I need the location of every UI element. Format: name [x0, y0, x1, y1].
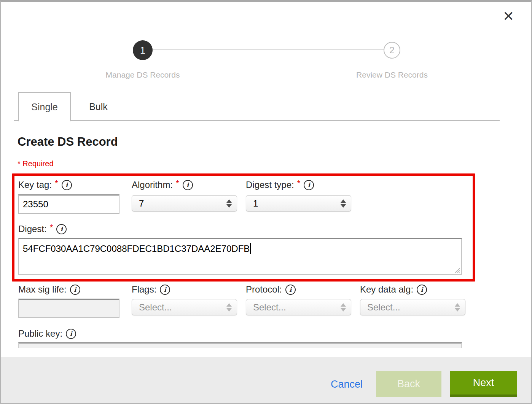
digest-textarea[interactable]: 54FCF030AA1C79C0088FDEC1BD1C37DAA2E70DFB [18, 238, 462, 275]
stepper-step-2-circle: 2 [384, 42, 400, 59]
algorithm-label-text: Algorithm: [132, 180, 173, 190]
flags-label: Flags: i [132, 284, 170, 295]
protocol-label: Protocol: i [246, 284, 296, 295]
stepper-step-1-number: 1 [140, 45, 145, 56]
page-title: Create DS Record [18, 135, 118, 149]
resize-handle-icon[interactable] [454, 267, 460, 273]
next-button[interactable]: Next [450, 371, 517, 397]
key-data-alg-label: Key data alg: i [360, 284, 427, 295]
flags-label-text: Flags: [132, 284, 156, 295]
key-tag-label: Key tag: * i [18, 180, 72, 190]
digest-type-select-value: 1 [253, 198, 258, 209]
select-stepper-arrows-icon [341, 199, 346, 208]
back-button[interactable]: Back [376, 371, 441, 397]
max-sig-life-input[interactable] [18, 299, 119, 318]
tab-underline [14, 120, 500, 121]
flags-select-value: Select... [139, 302, 172, 313]
flags-select[interactable]: Select... [132, 299, 237, 315]
key-tag-label-text: Key tag: [18, 180, 52, 190]
stepper-step-1-label: Manage DS Records [78, 70, 207, 80]
digest-info-icon[interactable]: i [56, 224, 67, 234]
key-tag-required-star: * [55, 178, 58, 188]
max-sig-life-label: Max sig life: i [18, 284, 80, 295]
tab-single[interactable]: Single [18, 92, 71, 121]
digest-label-text: Digest: [18, 224, 47, 234]
key-tag-info-icon[interactable]: i [62, 180, 72, 190]
select-stepper-arrows-icon [226, 199, 232, 208]
tab-bulk[interactable]: Bulk [71, 92, 126, 121]
flags-info-icon[interactable]: i [160, 285, 170, 295]
max-sig-life-label-text: Max sig life: [18, 284, 67, 295]
key-data-alg-label-text: Key data alg: [360, 284, 413, 295]
key-data-alg-info-icon[interactable]: i [417, 285, 427, 295]
stepper-connector-line [143, 49, 392, 50]
select-stepper-arrows-icon [341, 303, 346, 312]
stepper-step-2-number: 2 [389, 45, 394, 56]
public-key-label-text: Public key: [18, 328, 62, 339]
key-data-alg-select[interactable]: Select... [360, 299, 465, 315]
algorithm-required-star: * [176, 178, 179, 188]
digest-type-select[interactable]: 1 [246, 195, 351, 212]
protocol-label-text: Protocol: [246, 284, 282, 295]
digest-type-label: Digest type: * i [246, 180, 314, 190]
protocol-select-value: Select... [253, 302, 286, 313]
key-tag-input[interactable] [18, 194, 119, 214]
close-icon[interactable]: ✕ [503, 10, 514, 23]
public-key-info-icon[interactable]: i [66, 329, 76, 339]
max-sig-life-info-icon[interactable]: i [70, 285, 80, 295]
select-stepper-arrows-icon [226, 303, 232, 312]
stepper-step-1-circle: 1 [133, 40, 153, 60]
digest-textarea-value: 54FCF030AA1C79C0088FDEC1BD1C37DAA2E70DFB [23, 243, 250, 254]
digest-required-star: * [50, 223, 53, 232]
cancel-button[interactable]: Cancel [331, 379, 363, 390]
key-data-alg-select-value: Select... [367, 302, 400, 313]
protocol-select[interactable]: Select... [246, 299, 351, 315]
protocol-info-icon[interactable]: i [285, 285, 296, 295]
algorithm-select[interactable]: 7 [132, 195, 237, 212]
digest-type-required-star: * [297, 178, 301, 188]
public-key-label: Public key: i [18, 328, 76, 339]
stepper-step-2-label: Review DS Records [327, 70, 457, 80]
algorithm-info-icon[interactable]: i [183, 180, 193, 190]
digest-type-label-text: Digest type: [246, 180, 294, 190]
digest-label: Digest: * i [18, 224, 67, 234]
algorithm-select-value: 7 [139, 198, 144, 209]
required-note: * Required [18, 159, 54, 168]
digest-type-info-icon[interactable]: i [304, 180, 314, 190]
select-stepper-arrows-icon [455, 303, 460, 312]
create-ds-record-modal: ✕ 1 2 Manage DS Records Review DS Record… [0, 0, 532, 404]
tab-single-label: Single [31, 102, 58, 113]
public-key-textarea[interactable] [18, 342, 462, 348]
algorithm-label: Algorithm: * i [132, 180, 193, 190]
tab-bulk-label: Bulk [89, 101, 108, 112]
text-cursor [250, 243, 251, 254]
